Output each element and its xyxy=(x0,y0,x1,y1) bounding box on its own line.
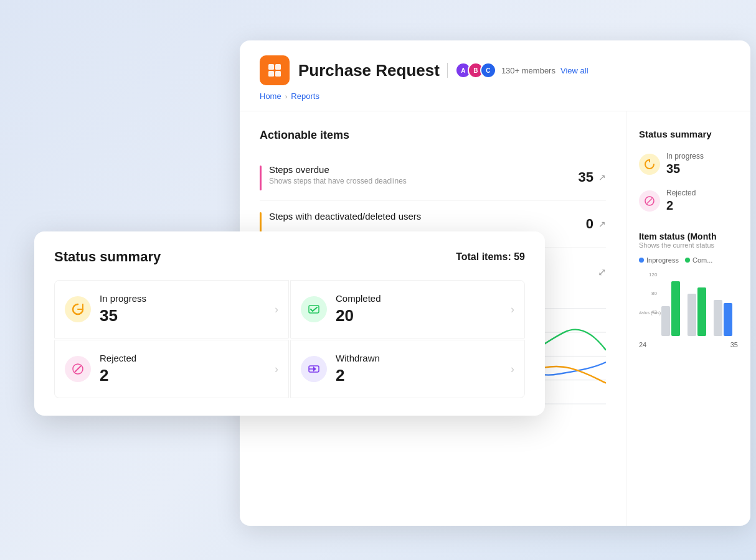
item-text-overdue: Steps overdue Shows steps that have cros… xyxy=(269,164,407,185)
actionable-item-overdue[interactable]: Steps overdue Shows steps that have cros… xyxy=(260,154,606,201)
external-link-icon-overdue[interactable]: ↗ xyxy=(598,172,606,182)
svg-line-15 xyxy=(647,198,652,203)
right-section-title: Status summary xyxy=(639,129,738,139)
svg-line-30 xyxy=(75,366,81,372)
right-panel: Status summary In progress 35 xyxy=(626,111,750,526)
avatar-3: C xyxy=(480,62,496,78)
total-label: Total items: xyxy=(456,251,514,262)
mini-inprogress: In progress 35 xyxy=(639,152,738,176)
cell-icon-rejected xyxy=(65,356,91,382)
actionable-items-title: Actionable items xyxy=(260,129,606,142)
cell-label-rejected: Rejected xyxy=(100,353,266,363)
members-count: 130+ members xyxy=(501,66,555,75)
legend-label-blue: Inprogress xyxy=(646,256,679,264)
external-link-icon-deleted[interactable]: ↗ xyxy=(598,219,606,229)
overdue-count: 35 xyxy=(579,169,593,185)
cell-count-rejected: 2 xyxy=(100,366,266,385)
cell-arrow-completed: › xyxy=(511,303,514,316)
floating-status-card: Status summary Total items: 59 In progre… xyxy=(34,231,545,416)
mini-rejected-count: 2 xyxy=(666,198,696,213)
view-all-link[interactable]: View all xyxy=(560,66,588,75)
item-label-overdue: Steps overdue xyxy=(269,164,407,175)
mini-rejected-icon xyxy=(639,190,660,212)
item-status-title: Item status (Month xyxy=(639,231,738,241)
card-header: Status summary Total items: 59 xyxy=(54,249,525,265)
svg-text:35: 35 xyxy=(692,336,698,337)
chart-legend: Inprogress Com... xyxy=(639,256,738,264)
breadcrumb-separator: › xyxy=(285,93,288,100)
cell-count-completed: 20 xyxy=(336,306,502,325)
svg-rect-0 xyxy=(268,64,274,70)
svg-rect-20 xyxy=(671,281,680,336)
cell-text-withdrawn: Withdrawn 2 xyxy=(336,353,502,385)
bar-chart-svg: 120 80 43 Item status (nos) 24 xyxy=(639,269,739,337)
cell-text-rejected: Rejected 2 xyxy=(100,353,266,385)
item-status-section: Item status (Month Shows the current sta… xyxy=(639,231,738,348)
mini-inprogress-count: 35 xyxy=(666,162,704,176)
mini-inprogress-label: In progress xyxy=(666,152,704,161)
header-title-group: Purchase Request A B C 130+ members View… xyxy=(298,61,588,80)
total-count: 59 xyxy=(514,251,525,262)
deleted-count: 0 xyxy=(586,216,593,232)
breadcrumb-current[interactable]: Reports xyxy=(291,91,319,101)
svg-rect-1 xyxy=(275,64,281,70)
card-grid: In progress 35 › Completed 20 › xyxy=(54,280,525,398)
svg-rect-24 xyxy=(724,303,732,336)
cell-text-completed: Completed 20 xyxy=(336,293,502,325)
cell-icon-inprogress xyxy=(65,296,91,322)
avatar-stack: A B C xyxy=(455,62,496,78)
members-group: A B C 130+ members View all xyxy=(455,62,588,78)
mini-rejected: Rejected 2 xyxy=(639,189,738,213)
item-sublabel-overdue: Shows steps that have crossed deadlines xyxy=(269,177,407,185)
card-cell-inprogress[interactable]: In progress 35 › xyxy=(54,280,289,338)
card-cell-rejected[interactable]: Rejected 2 › xyxy=(54,340,289,398)
card-cell-withdrawn[interactable]: Withdrawn 2 › xyxy=(290,340,525,398)
window-header: Purchase Request A B C 130+ members View… xyxy=(240,40,750,111)
svg-rect-22 xyxy=(697,287,706,336)
mini-rejected-text: Rejected 2 xyxy=(666,189,696,213)
cell-arrow-rejected: › xyxy=(275,363,278,376)
card-total: Total items: 59 xyxy=(456,251,525,263)
item-accent-pink xyxy=(260,166,262,190)
item-label-deleted: Steps with deactivated/deleted users xyxy=(269,211,421,222)
legend-inprogress: Inprogress xyxy=(639,256,679,264)
svg-text:Item status (nos): Item status (nos) xyxy=(639,310,661,315)
card-cell-completed[interactable]: Completed 20 › xyxy=(290,280,525,338)
cell-count-withdrawn: 2 xyxy=(336,366,502,385)
cell-arrow-inprogress: › xyxy=(275,303,278,316)
svg-rect-3 xyxy=(275,71,281,77)
window-title: Purchase Request xyxy=(298,61,440,80)
legend-completed: Com... xyxy=(685,256,712,264)
mini-rejected-label: Rejected xyxy=(666,189,696,197)
title-divider xyxy=(447,63,448,78)
item-count-overdue: 35 ↗ xyxy=(579,169,606,185)
cell-arrow-withdrawn: › xyxy=(511,363,514,376)
item-count-deleted: 0 ↗ xyxy=(586,216,606,232)
svg-text:24: 24 xyxy=(665,336,671,337)
legend-dot-green xyxy=(685,258,690,263)
cell-label-inprogress: In progress xyxy=(100,293,266,304)
cell-label-withdrawn: Withdrawn xyxy=(336,353,502,363)
expand-icon[interactable]: ⤢ xyxy=(598,266,606,278)
item-left-overdue: Steps overdue Shows steps that have cros… xyxy=(260,164,407,190)
svg-rect-21 xyxy=(687,294,696,336)
mini-inprogress-icon xyxy=(639,154,660,175)
svg-rect-23 xyxy=(714,300,722,336)
legend-dot-blue xyxy=(639,258,644,263)
cell-label-completed: Completed xyxy=(336,293,502,304)
item-text-deleted: Steps with deactivated/deleted users xyxy=(269,211,421,223)
bar-count-inprogress: 24 xyxy=(639,341,646,348)
legend-label-green: Com... xyxy=(692,256,712,264)
bar-chart-labels: 24 35 xyxy=(639,341,738,348)
item-status-sub: Shows the current status xyxy=(639,241,738,249)
cell-icon-withdrawn xyxy=(301,356,327,382)
cell-icon-completed xyxy=(301,296,327,322)
breadcrumb: Home › Reports xyxy=(260,91,730,101)
bar-count-completed: 35 xyxy=(730,341,738,348)
svg-rect-2 xyxy=(268,71,274,77)
app-icon xyxy=(260,55,290,85)
svg-rect-19 xyxy=(661,306,670,336)
breadcrumb-home[interactable]: Home xyxy=(260,91,281,101)
mini-inprogress-text: In progress 35 xyxy=(666,152,704,176)
cell-count-inprogress: 35 xyxy=(100,306,266,325)
